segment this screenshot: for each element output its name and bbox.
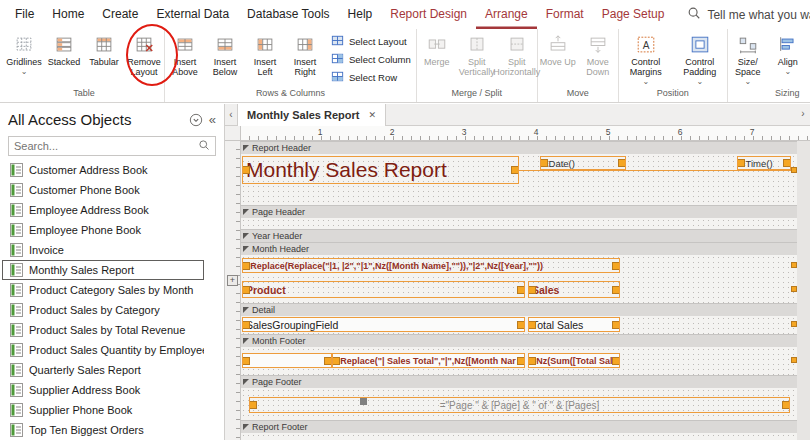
page-number-control[interactable]: ="Page " & [Page] & " of " & [Pages] xyxy=(249,397,790,413)
month-footer-expression-control[interactable]: =Replace("| Sales Total","|",Nz([Month N… xyxy=(332,353,525,368)
ribbon-group-position: A Control Margins ⌄ Control Padding ⌄ Po… xyxy=(619,29,728,102)
merge-button[interactable]: Merge xyxy=(417,31,457,67)
select-row-button[interactable]: Select Row xyxy=(325,68,416,86)
section-bar-report-header[interactable]: Report Header xyxy=(241,141,797,154)
sales-grouping-field-control[interactable]: SalesGroupingField xyxy=(242,317,525,332)
nav-report-item[interactable]: Product Category Sales by Month xyxy=(2,280,204,300)
nav-report-item[interactable]: Top Ten Biggest Orders xyxy=(2,420,204,440)
ruler-number: 1 xyxy=(315,127,325,137)
nav-report-item[interactable]: Product Sales Quantity by Employee xyxy=(2,340,204,360)
section-bar-report-footer[interactable]: Report Footer xyxy=(241,420,797,433)
page-footer-section[interactable]: ="Page " & [Page] & " of " & [Pages] xyxy=(241,388,797,420)
stacked-button[interactable]: Stacked xyxy=(44,31,84,67)
total-sales-field-control[interactable]: Total Sales xyxy=(528,317,620,332)
ribbon-tab[interactable]: Report Design xyxy=(381,0,476,29)
nav-report-item[interactable]: Employee Phone Book xyxy=(2,220,204,240)
insert-right-button[interactable]: Insert Right xyxy=(285,31,325,77)
tab-scroll-left-icon[interactable]: ‹ xyxy=(225,109,237,120)
shutter-bar-close-icon[interactable]: « xyxy=(209,113,216,126)
report-icon xyxy=(10,183,23,197)
selection-handle[interactable] xyxy=(791,321,797,327)
tab-scroll-right-icon[interactable]: › xyxy=(797,108,809,119)
month-header-section[interactable]: + =Replace(Replace("|1, |2","|1",Nz([Mon… xyxy=(241,255,797,303)
insert-above-icon xyxy=(174,33,196,57)
nav-report-item[interactable]: Product Sales by Total Revenue xyxy=(2,320,204,340)
ribbon-tab[interactable]: Format xyxy=(537,0,593,29)
ribbon-tab[interactable]: External Data xyxy=(147,0,238,29)
selection-handle[interactable] xyxy=(791,167,797,173)
size-space-button[interactable]: Size/ Space ⌄ xyxy=(728,31,768,85)
month-footer-sum-control[interactable]: =Nz(Sum([Total Sale xyxy=(528,353,620,368)
align-button[interactable]: Align ⌄ xyxy=(768,31,808,75)
report-icon xyxy=(10,243,23,257)
section-bar-year-header[interactable]: Year Header xyxy=(241,229,797,242)
section-expand-icon xyxy=(243,307,249,313)
month-footer-empty-control[interactable] xyxy=(242,353,332,368)
report-icon xyxy=(10,423,23,437)
tabular-button[interactable]: Tabular xyxy=(84,31,124,67)
nav-report-item[interactable]: Monthly Sales Report xyxy=(2,260,204,280)
nav-category-dropdown-icon[interactable] xyxy=(189,113,203,127)
control-padding-button[interactable]: Control Padding ⌄ xyxy=(673,31,727,85)
nav-report-item[interactable]: Supplier Phone Book xyxy=(2,400,204,420)
nav-report-item[interactable]: Product Sales by Category xyxy=(2,300,204,320)
document-tab[interactable]: Monthly Sales Report ✕ xyxy=(237,104,386,126)
gridlines-button[interactable]: Gridlines ⌄ xyxy=(4,31,44,75)
nav-search-box[interactable] xyxy=(8,136,216,156)
ruler-number: 4 xyxy=(531,127,541,137)
month-header-expression-control[interactable]: =Replace(Replace("|1, |2","|1",Nz([Month… xyxy=(242,258,620,273)
nav-report-item[interactable]: Quarterly Sales Report xyxy=(2,360,204,380)
close-icon[interactable]: ✕ xyxy=(368,110,376,120)
section-bar-detail[interactable]: Detail xyxy=(241,303,797,316)
size-space-icon xyxy=(737,33,759,57)
month-footer-section[interactable]: =Replace("| Sales Total","|",Nz([Month N… xyxy=(241,347,797,375)
date-control[interactable]: =Date() xyxy=(540,156,626,170)
ribbon-tab[interactable]: Database Tools xyxy=(238,0,339,29)
remove-layout-button[interactable]: Remove Layout xyxy=(124,31,164,77)
sales-label-control[interactable]: Sales xyxy=(528,281,620,298)
page-header-section[interactable] xyxy=(241,218,797,229)
ribbon-tab[interactable]: Page Setup xyxy=(593,0,674,29)
layout-move-handle[interactable]: + xyxy=(227,275,238,286)
insert-left-button[interactable]: Insert Left xyxy=(245,31,285,77)
nav-report-item[interactable]: Employee Address Book xyxy=(2,200,204,220)
split-vertically-button[interactable]: Split Vertically xyxy=(457,31,497,77)
move-up-button[interactable]: Move Up xyxy=(538,31,578,67)
report-footer-section[interactable] xyxy=(241,433,797,440)
nav-report-item[interactable]: Invoice xyxy=(2,240,204,260)
ribbon-tab[interactable]: Arrange xyxy=(476,0,537,29)
select-layout-button[interactable]: Select Layout xyxy=(325,32,416,50)
selection-handle[interactable] xyxy=(791,286,797,292)
insert-below-icon xyxy=(214,33,236,57)
control-move-handle[interactable] xyxy=(360,398,367,405)
nav-report-item[interactable]: Customer Address Book xyxy=(2,160,204,180)
ribbon-tab[interactable]: File xyxy=(6,0,43,29)
split-horizontally-button[interactable]: Split Horizontally xyxy=(497,31,537,77)
report-title-control[interactable]: Monthly Sales Report xyxy=(242,156,519,184)
ribbon-tab[interactable]: Create xyxy=(93,0,147,29)
move-down-button[interactable]: Move Down xyxy=(578,31,618,77)
section-bar-page-footer[interactable]: Page Footer xyxy=(241,375,797,388)
nav-report-item[interactable]: Customer Phone Book xyxy=(2,180,204,200)
product-label-control[interactable]: Product xyxy=(242,281,525,298)
tell-me-box[interactable]: Tell me what you want to do xyxy=(687,0,810,29)
section-bar-page-header[interactable]: Page Header xyxy=(241,205,797,218)
detail-section[interactable]: SalesGroupingField Total Sales xyxy=(241,316,797,334)
insert-above-button[interactable]: Insert Above xyxy=(165,31,205,77)
select-column-button[interactable]: Select Column xyxy=(325,50,416,68)
nav-report-item[interactable]: Supplier Address Book xyxy=(2,380,204,400)
section-expand-icon xyxy=(243,145,249,151)
section-bar-month-footer[interactable]: Month Footer xyxy=(241,334,797,347)
section-bar-month-header[interactable]: Month Header xyxy=(241,242,797,255)
report-header-section[interactable]: Monthly Sales Report =Date() =Time() xyxy=(241,154,797,205)
control-margins-button[interactable]: A Control Margins ⌄ xyxy=(619,31,673,85)
time-control[interactable]: =Time() xyxy=(737,156,791,170)
ribbon-tab[interactable]: Help xyxy=(339,0,382,29)
insert-below-button[interactable]: Insert Below xyxy=(205,31,245,77)
selection-handle[interactable] xyxy=(791,357,797,363)
selection-handle[interactable] xyxy=(791,262,797,268)
ribbon-tab[interactable]: Home xyxy=(43,0,93,29)
nav-item-label: Product Category Sales by Month xyxy=(29,284,193,296)
search-input[interactable] xyxy=(14,140,198,152)
header-line-control[interactable] xyxy=(519,170,793,171)
